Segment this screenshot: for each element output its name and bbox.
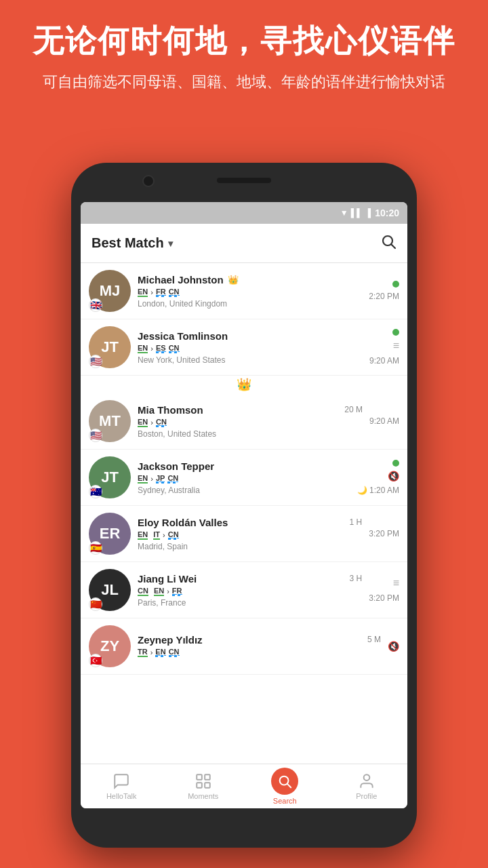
- user-name: Mia Thomson: [138, 404, 203, 416]
- user-location: Paris, France: [138, 598, 362, 608]
- time-ago: 9:20 AM: [369, 416, 399, 426]
- time-ago: 9:20 AM: [369, 356, 399, 366]
- sort-label: Best Match: [92, 235, 164, 251]
- user-name-row: Jessica Tomlinson: [138, 330, 363, 342]
- learning-lang: FR: [156, 288, 166, 297]
- dropdown-arrow-icon: ▾: [168, 238, 173, 249]
- time-label: 5 M: [367, 635, 381, 644]
- crown-divider-icon: 👑: [237, 378, 251, 391]
- hellotalk-icon: [113, 772, 130, 790]
- list-item[interactable]: JT 🇦🇺 Jackson Tepper EN › JP CN Sydney, …: [81, 450, 407, 506]
- lang-row: EN › CN: [138, 418, 363, 427]
- time-ago: 3:20 PM: [369, 529, 399, 538]
- bg-header: 无论何时何地，寻找心仪语伴 可自由筛选不同母语、国籍、地域、年龄的语伴进行愉快对…: [0, 20, 488, 93]
- user-meta: 🔇: [388, 641, 399, 652]
- learning-lang: CN: [169, 648, 180, 657]
- list-item[interactable]: JT 🇺🇸 Jessica Tomlinson EN › ES CN New Y…: [81, 319, 407, 376]
- svg-rect-5: [205, 783, 210, 788]
- native-lang: EN: [138, 344, 148, 353]
- native-lang: TR: [138, 648, 148, 657]
- status-icons: ▼ ▌▌ ▐: [340, 208, 371, 218]
- user-list: MJ 🇬🇧 Michael Johnston 👑 EN › FR CN Lond…: [81, 263, 407, 764]
- status-time: 10:20: [375, 208, 399, 218]
- svg-point-8: [363, 774, 369, 781]
- flag-badge: 🇹🇷: [89, 654, 102, 667]
- native-lang: EN: [138, 474, 148, 484]
- learning-lang: ES: [156, 344, 166, 353]
- learning-lang: CN: [167, 474, 178, 484]
- time-label: 1 H: [350, 517, 363, 527]
- user-meta: 3:20 PM: [369, 529, 399, 538]
- user-name: Jiang Li Wei: [138, 573, 197, 585]
- menu-icon: ≡: [393, 340, 399, 352]
- lang-arrow-icon: ›: [167, 587, 169, 595]
- user-info: Jessica Tomlinson EN › ES CN New York, U…: [138, 330, 363, 365]
- lang-arrow-icon: ›: [163, 531, 165, 539]
- native-lang: CN: [138, 587, 148, 596]
- user-name: Jessica Tomlinson: [138, 330, 228, 342]
- user-location: Madrid, Spain: [138, 542, 362, 551]
- profile-icon: [358, 772, 375, 790]
- time-label: 3 H: [350, 574, 363, 583]
- lang-row: CN EN › FR: [138, 587, 362, 596]
- list-item[interactable]: JL 🇨🇳 Jiang Li Wei 3 H CN EN › FR Paris,…: [81, 562, 407, 618]
- header-title[interactable]: Best Match ▾: [92, 235, 173, 251]
- user-meta: 🔇 🌙 1:20 AM: [357, 460, 399, 495]
- native-lang: EN: [154, 587, 164, 596]
- user-name-row: Jiang Li Wei 3 H: [138, 573, 362, 585]
- svg-rect-2: [197, 774, 202, 780]
- list-item[interactable]: MJ 🇬🇧 Michael Johnston 👑 EN › FR CN Lond…: [81, 263, 407, 319]
- crown-icon: 👑: [228, 275, 239, 285]
- user-meta: ≡ 3:20 PM: [369, 577, 399, 603]
- learning-lang: EN: [155, 648, 165, 657]
- lang-row: EN IT › CN: [138, 530, 362, 540]
- user-meta: 9:20 AM: [369, 416, 399, 426]
- learning-lang: CN: [169, 344, 180, 353]
- app-header: Best Match ▾: [81, 224, 407, 263]
- nav-item-profile[interactable]: Profile: [326, 772, 408, 800]
- user-name: Eloy Roldán Valles: [138, 517, 228, 528]
- signal-icon: ▌▌: [351, 208, 363, 218]
- lang-arrow-icon: ›: [150, 344, 153, 353]
- user-name: Zeynep Yıldız: [138, 634, 203, 646]
- list-item[interactable]: MT 🇺🇸 Mia Thomson 20 M EN › CN Boston, U…: [81, 393, 407, 450]
- search-active-circle: [271, 768, 298, 795]
- status-bar: ▼ ▌▌ ▐ 10:20: [81, 202, 407, 224]
- learning-lang: CN: [168, 530, 179, 540]
- user-info: Jackson Tepper EN › JP CN Sydney, Austra…: [138, 460, 350, 495]
- native-lang: EN: [138, 288, 148, 297]
- user-info: Zeynep Yıldız 5 M TR › EN CN: [138, 634, 381, 659]
- nav-label-profile: Profile: [356, 792, 377, 800]
- nav-label-search: Search: [273, 797, 297, 805]
- phone-camera: [142, 175, 155, 187]
- menu-icon: ≡: [393, 577, 399, 589]
- user-name-row: Mia Thomson 20 M: [138, 404, 363, 416]
- battery-icon: ▐: [365, 208, 371, 218]
- learning-lang: CN: [169, 288, 180, 297]
- mute-icon: 🔇: [388, 641, 399, 652]
- nav-label-hellotalk: HelloTalk: [106, 792, 137, 800]
- header-search-button[interactable]: [380, 233, 396, 254]
- nav-item-moments[interactable]: Moments: [163, 772, 245, 800]
- user-location: Boston, United States: [138, 429, 363, 439]
- mute-icon: 🔇: [388, 471, 399, 481]
- lang-row: EN › ES CN: [138, 344, 363, 353]
- lang-row: TR › EN CN: [138, 648, 381, 657]
- lang-arrow-icon: ›: [150, 288, 153, 296]
- native-lang: IT: [153, 530, 160, 540]
- bg-title: 无论何时何地，寻找心仪语伴: [0, 20, 488, 62]
- learning-lang: CN: [156, 418, 167, 427]
- user-meta: 2:20 PM: [369, 281, 399, 301]
- learning-lang: JP: [156, 474, 165, 484]
- svg-rect-4: [197, 783, 202, 788]
- nav-item-hellotalk[interactable]: HelloTalk: [81, 772, 163, 800]
- lang-arrow-icon: ›: [150, 475, 153, 483]
- user-name: Jackson Tepper: [138, 460, 214, 472]
- list-item[interactable]: ZY 🇹🇷 Zeynep Yıldız 5 M TR › EN CN: [81, 618, 407, 675]
- bg-subtitle: 可自由筛选不同母语、国籍、地域、年龄的语伴进行愉快对话: [0, 71, 488, 93]
- phone-frame: ▼ ▌▌ ▐ 10:20 Best Match ▾: [71, 163, 417, 848]
- svg-line-7: [287, 784, 291, 787]
- list-item[interactable]: ER 🇪🇸 Eloy Roldán Valles 1 H EN IT › CN …: [81, 506, 407, 562]
- nav-item-search[interactable]: Search: [244, 768, 326, 805]
- phone-screen: ▼ ▌▌ ▐ 10:20 Best Match ▾: [81, 202, 407, 808]
